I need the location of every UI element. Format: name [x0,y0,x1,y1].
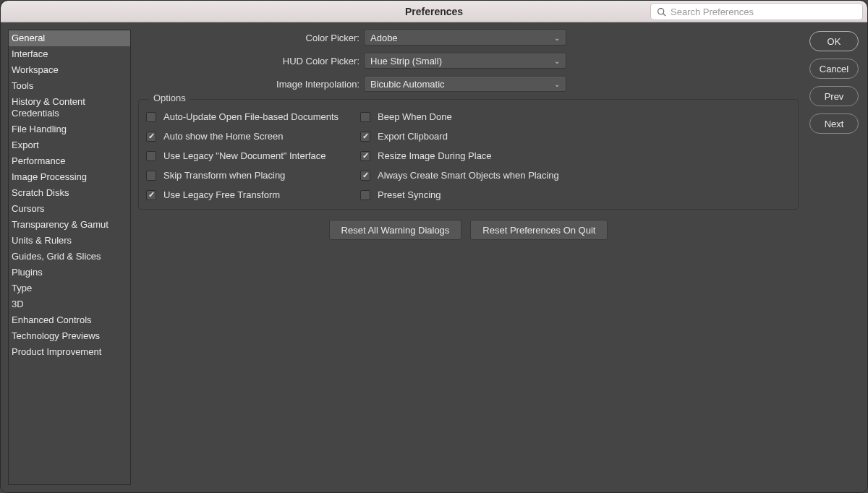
checkbox-label: Preset Syncing [378,189,441,200]
sidebar-item-history-content-credentials[interactable]: History & Content Credentials [9,94,130,121]
checkbox-label: Use Legacy "New Document" Interface [163,150,326,161]
checkbox[interactable] [146,171,156,181]
sidebar-item-product-improvement[interactable]: Product Improvement [9,344,130,360]
checkbox[interactable] [146,112,156,122]
option-row: Auto show the Home Screen [146,131,339,142]
sidebar-item-general[interactable]: General [9,30,130,46]
sidebar-item-scratch-disks[interactable]: Scratch Disks [9,185,130,201]
options-group: Options Auto-Update Open File-based Docu… [138,99,799,210]
option-row: Auto-Update Open File-based Documents [146,111,339,122]
next-label: Next [825,119,844,129]
reset-on-quit-label: Reset Preferences On Quit [482,225,595,236]
option-row: Always Create Smart Objects when Placing [360,170,559,181]
sidebar-item-interface[interactable]: Interface [9,46,130,62]
checkbox-label: Beep When Done [378,111,452,122]
svg-line-1 [663,13,665,15]
reset-warnings-button[interactable]: Reset All Warning Dialogs [329,220,462,240]
checkbox[interactable] [360,132,370,142]
search-icon [657,7,666,17]
sidebar-item-plugins[interactable]: Plugins [9,265,130,280]
chevron-down-icon: ⌄ [554,80,560,88]
checkbox-label: Always Create Smart Objects when Placing [378,170,559,181]
option-row: Export Clipboard [360,131,559,142]
checkbox-label: Export Clipboard [378,131,448,142]
sidebar-item-3d[interactable]: 3D [9,296,130,312]
sidebar-item-performance[interactable]: Performance [9,153,130,169]
image-interpolation-label: Image Interpolation: [138,79,364,90]
chevron-down-icon: ⌄ [554,34,560,42]
next-button[interactable]: Next [809,113,859,134]
checkbox[interactable] [146,190,156,200]
window-title: Preferences [405,6,463,17]
prev-label: Prev [825,91,844,102]
checkbox[interactable] [360,171,370,181]
search-field[interactable] [650,3,863,20]
image-interpolation-value: Bicubic Automatic [370,79,445,90]
checkbox[interactable] [146,151,156,161]
color-picker-dropdown[interactable]: Adobe ⌄ [364,30,566,46]
option-row: Use Legacy "New Document" Interface [146,150,339,161]
options-legend: Options [149,93,190,103]
sidebar-item-export[interactable]: Export [9,137,130,153]
ok-label: OK [827,36,841,47]
reset-warnings-label: Reset All Warning Dialogs [341,225,450,236]
option-row: Beep When Done [360,111,559,122]
checkbox-label: Auto show the Home Screen [163,131,283,142]
sidebar-item-image-processing[interactable]: Image Processing [9,169,130,185]
prev-button[interactable]: Prev [809,86,859,106]
checkbox-label: Auto-Update Open File-based Documents [163,111,339,122]
sidebar-item-cursors[interactable]: Cursors [9,201,130,217]
sidebar-item-file-handling[interactable]: File Handling [9,121,130,137]
sidebar-item-transparency-gamut[interactable]: Transparency & Gamut [9,217,130,233]
option-row: Resize Image During Place [360,150,559,161]
titlebar: Preferences [1,1,867,22]
search-input[interactable] [671,7,856,17]
hud-color-picker-value: Hue Strip (Small) [370,56,442,67]
sidebar-item-tools[interactable]: Tools [9,78,130,94]
color-picker-label: Color Picker: [138,33,364,43]
sidebar-item-technology-previews[interactable]: Technology Previews [9,328,130,344]
checkbox[interactable] [360,190,370,200]
sidebar-item-units-rulers[interactable]: Units & Rulers [9,233,130,249]
checkbox[interactable] [360,151,370,161]
svg-point-0 [658,8,664,14]
checkbox-label: Use Legacy Free Transform [163,189,280,200]
category-sidebar: GeneralInterfaceWorkspaceToolsHistory & … [8,30,131,485]
hud-color-picker-label: HUD Color Picker: [138,56,364,67]
sidebar-item-workspace[interactable]: Workspace [9,62,130,78]
color-picker-value: Adobe [370,33,398,43]
image-interpolation-dropdown[interactable]: Bicubic Automatic ⌄ [364,76,566,92]
cancel-button[interactable]: Cancel [809,59,859,79]
checkbox[interactable] [360,112,370,122]
checkbox[interactable] [146,132,156,142]
sidebar-item-guides-grid-slices[interactable]: Guides, Grid & Slices [9,249,130,265]
cancel-label: Cancel [820,64,848,74]
option-row: Skip Transform when Placing [146,170,339,181]
sidebar-item-type[interactable]: Type [9,280,130,296]
chevron-down-icon: ⌄ [554,57,560,65]
reset-on-quit-button[interactable]: Reset Preferences On Quit [470,220,608,240]
checkbox-label: Skip Transform when Placing [163,170,285,181]
checkbox-label: Resize Image During Place [378,150,492,161]
option-row: Use Legacy Free Transform [146,189,339,200]
sidebar-item-enhanced-controls[interactable]: Enhanced Controls [9,312,130,328]
hud-color-picker-dropdown[interactable]: Hue Strip (Small) ⌄ [364,53,566,69]
option-row: Preset Syncing [360,189,559,200]
ok-button[interactable]: OK [809,31,859,51]
